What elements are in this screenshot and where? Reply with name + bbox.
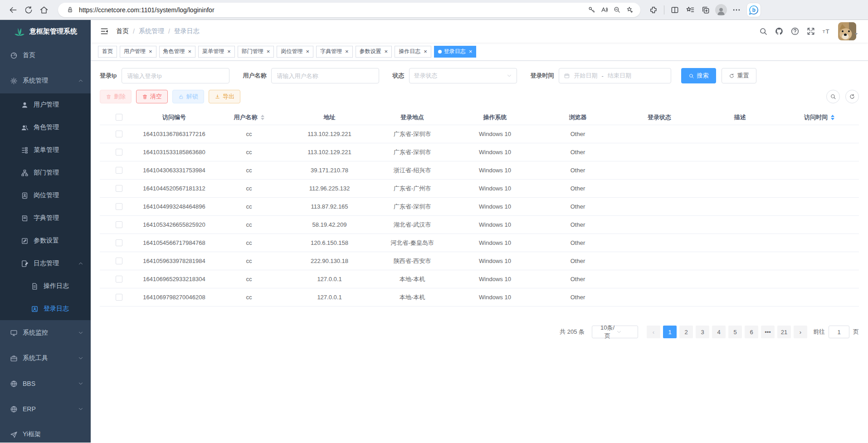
bing-chat-icon[interactable]: b — [747, 3, 761, 17]
sidebar-item-erp[interactable]: ERP — [0, 396, 91, 422]
sidebar-item-sys-monitor[interactable]: 系统监控 — [0, 320, 91, 346]
next-page-button[interactable]: › — [794, 326, 807, 338]
row-checkbox[interactable] — [116, 203, 122, 210]
sidebar-item-login-log[interactable]: 登录日志 — [0, 297, 91, 320]
tab-role-mgmt[interactable]: 角色管理× — [159, 46, 196, 58]
sidebar-fold-icon[interactable] — [100, 27, 109, 36]
row-checkbox[interactable] — [116, 276, 122, 282]
tab-dict-mgmt[interactable]: 字典管理× — [316, 46, 353, 58]
close-icon[interactable]: × — [469, 49, 473, 54]
sidebar-item-op-log[interactable]: 操作日志 — [0, 275, 91, 297]
github-icon[interactable] — [775, 27, 784, 36]
sidebar-item-user-mgmt[interactable]: 用户管理 — [0, 93, 91, 116]
search-icon[interactable] — [759, 27, 768, 36]
favorites-bar-icon[interactable] — [683, 2, 698, 18]
home-icon[interactable] — [36, 2, 52, 18]
tab-param-settings[interactable]: 参数设置× — [356, 46, 392, 58]
breadcrumb-item[interactable]: 系统管理 — [139, 27, 164, 35]
tab-op-log[interactable]: 操作日志× — [395, 46, 431, 58]
tab-user-mgmt[interactable]: 用户管理× — [120, 46, 156, 58]
tab-menu-mgmt[interactable]: 菜单管理× — [198, 46, 235, 58]
prev-page-button[interactable]: ‹ — [647, 326, 660, 338]
row-checkbox[interactable] — [116, 131, 122, 137]
add-favorite-icon[interactable] — [623, 4, 636, 16]
page-button-4[interactable]: 4 — [712, 326, 726, 338]
row-checkbox[interactable] — [116, 167, 122, 174]
jump-page-input[interactable] — [829, 326, 849, 338]
pager-ellipsis[interactable]: ••• — [761, 326, 775, 338]
select-all-checkbox[interactable] — [116, 114, 122, 121]
page-button-21[interactable]: 21 — [777, 326, 791, 338]
fullscreen-icon[interactable] — [806, 27, 815, 36]
export-button[interactable]: 导出 — [209, 90, 240, 103]
sidebar-item-post-mgmt[interactable]: 岗位管理 — [0, 184, 91, 207]
avatar-caret-down-icon[interactable] — [853, 31, 859, 37]
row-checkbox[interactable] — [116, 258, 122, 264]
delete-button[interactable]: 删除 — [100, 90, 132, 103]
back-icon[interactable] — [5, 2, 21, 18]
login-ip-input[interactable] — [122, 68, 229, 83]
text-size-icon[interactable]: TT — [822, 27, 831, 36]
page-button-1[interactable]: 1 — [663, 326, 677, 338]
column-header-time[interactable]: 访问时间 — [780, 113, 859, 122]
row-checkbox[interactable] — [116, 294, 122, 301]
zoom-out-icon[interactable] — [610, 4, 623, 16]
sidebar-item-system-mgmt[interactable]: 系统管理 — [0, 68, 91, 93]
date-range-picker[interactable]: 开始日期 - 结束日期 — [559, 68, 671, 83]
split-screen-icon[interactable] — [667, 2, 683, 18]
page-button-3[interactable]: 3 — [696, 326, 709, 338]
search-button[interactable]: 搜索 — [681, 68, 716, 83]
user-name-input[interactable] — [271, 68, 379, 83]
tab-login-log[interactable]: 登录日志× — [434, 46, 477, 58]
password-key-icon[interactable] — [585, 4, 598, 16]
row-checkbox[interactable] — [116, 149, 122, 156]
sidebar-item-sys-tools[interactable]: 系统工具 — [0, 346, 91, 371]
clear-button[interactable]: 清空 — [136, 90, 168, 103]
page-button-6[interactable]: 6 — [745, 326, 758, 338]
read-aloud-icon[interactable] — [598, 4, 610, 16]
tab-dept-mgmt[interactable]: 部门管理× — [238, 46, 274, 58]
close-icon[interactable]: × — [345, 49, 349, 54]
close-icon[interactable]: × — [227, 49, 231, 54]
status-select[interactable]: 登录状态 — [409, 68, 517, 83]
close-icon[interactable]: × — [424, 49, 427, 54]
browser-profile-avatar[interactable] — [713, 2, 729, 18]
sidebar-item-role-mgmt[interactable]: 角色管理 — [0, 116, 91, 139]
reset-button[interactable]: 重置 — [722, 68, 756, 83]
page-button-5[interactable]: 5 — [728, 326, 742, 338]
column-header-select[interactable] — [100, 114, 138, 121]
breadcrumb-item[interactable]: 首页 — [116, 27, 129, 35]
question-icon[interactable] — [790, 27, 800, 36]
sidebar-item-bbs[interactable]: BBS — [0, 371, 91, 396]
sidebar-item-param-settings[interactable]: 参数设置 — [0, 229, 91, 252]
close-icon[interactable]: × — [188, 49, 192, 54]
row-checkbox[interactable] — [116, 239, 122, 246]
app-logo[interactable]: 意框架管理系统 — [0, 20, 91, 43]
sidebar-item-menu-mgmt[interactable]: 菜单管理 — [0, 139, 91, 161]
tab-post-mgmt[interactable]: 岗位管理× — [277, 46, 313, 58]
table-refresh-button[interactable] — [845, 90, 859, 103]
row-checkbox[interactable] — [116, 221, 122, 228]
sort-caret-icon[interactable] — [831, 115, 834, 120]
sidebar-item-dept-mgmt[interactable]: 部门管理 — [0, 161, 91, 184]
collections-icon[interactable] — [698, 2, 713, 18]
sidebar-item-log-mgmt[interactable]: 日志管理 — [0, 252, 91, 275]
url-text[interactable]: https://ccnetcore.com:1101/system/log/lo… — [79, 6, 585, 14]
close-icon[interactable]: × — [306, 49, 309, 54]
page-size-select[interactable]: 10条/页 — [592, 326, 638, 338]
page-button-2[interactable]: 2 — [679, 326, 693, 338]
row-checkbox[interactable] — [116, 185, 122, 192]
browser-menu-ellipsis-icon[interactable] — [729, 2, 744, 18]
unlock-button[interactable]: 解锁 — [172, 90, 204, 103]
sidebar-item-home[interactable]: 首页 — [0, 43, 91, 68]
tab-home[interactable]: 首页 — [98, 46, 117, 58]
refresh-icon[interactable] — [21, 2, 36, 18]
table-search-button[interactable] — [826, 90, 840, 103]
sidebar-item-yi-framework[interactable]: Yi框架 — [0, 422, 91, 443]
address-bar[interactable]: https://ccnetcore.com:1101/system/log/lo… — [58, 3, 640, 17]
sidebar-item-dict-mgmt[interactable]: 字典管理 — [0, 207, 91, 229]
column-header-user[interactable]: 用户名称 — [210, 113, 288, 122]
close-icon[interactable]: × — [385, 49, 388, 54]
sort-caret-icon[interactable] — [261, 115, 264, 120]
close-icon[interactable]: × — [149, 49, 152, 54]
